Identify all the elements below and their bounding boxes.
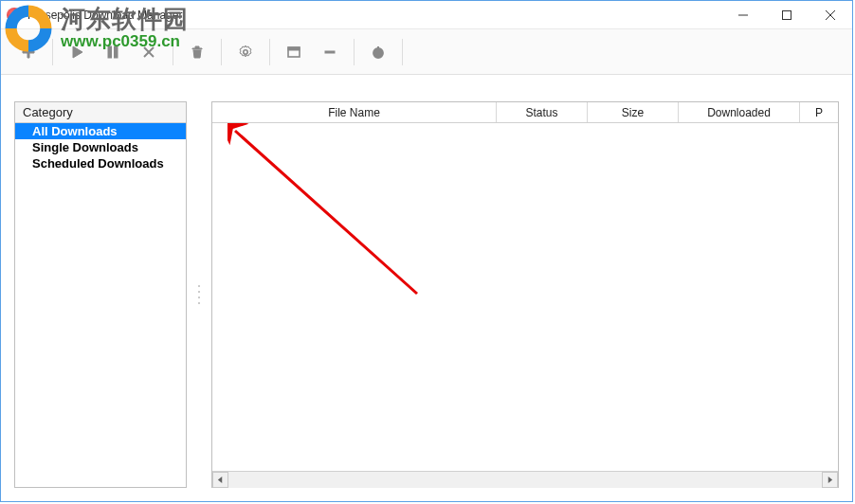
plus-icon xyxy=(21,45,36,60)
sidebar-item-all-downloads[interactable]: All Downloads xyxy=(15,123,186,139)
close-button[interactable] xyxy=(809,1,852,28)
column-header-downloaded[interactable]: Downloaded xyxy=(679,102,800,122)
svg-rect-1 xyxy=(783,10,791,19)
app-window: Persepolis Download Manager xyxy=(0,0,853,502)
toolbar-separator xyxy=(402,39,403,65)
minimize-to-tray-button[interactable] xyxy=(312,34,348,70)
pause-icon xyxy=(105,45,120,60)
maximize-button[interactable] xyxy=(765,1,809,28)
download-table: File Name Status Size Downloaded P xyxy=(211,101,839,488)
svg-rect-5 xyxy=(115,46,118,58)
queue-button[interactable] xyxy=(276,34,312,70)
sidebar-item-scheduled-downloads[interactable]: Scheduled Downloads xyxy=(15,155,186,171)
scroll-left-button[interactable] xyxy=(212,472,228,488)
toolbar xyxy=(1,29,852,75)
toolbar-separator xyxy=(354,39,355,65)
splitter[interactable] xyxy=(196,101,202,488)
remove-button[interactable] xyxy=(179,34,215,70)
sidebar-list: All Downloads Single Downloads Scheduled… xyxy=(15,123,186,487)
window-controls xyxy=(721,1,852,28)
minus-icon xyxy=(322,45,337,60)
scroll-right-button[interactable] xyxy=(822,472,838,488)
sidebar-item-single-downloads[interactable]: Single Downloads xyxy=(15,139,186,155)
close-icon xyxy=(826,10,835,20)
table-body xyxy=(212,123,838,471)
svg-rect-4 xyxy=(108,46,112,58)
horizontal-scrollbar[interactable] xyxy=(212,471,838,487)
stop-button[interactable] xyxy=(131,34,167,70)
scroll-track[interactable] xyxy=(228,472,822,488)
trash-icon xyxy=(190,45,205,60)
toolbar-separator xyxy=(269,39,270,65)
window-icon xyxy=(286,45,301,60)
power-button[interactable] xyxy=(360,34,396,70)
toolbar-separator xyxy=(173,39,173,65)
titlebar: Persepolis Download Manager xyxy=(1,1,852,29)
close-icon xyxy=(141,45,156,60)
maximize-icon xyxy=(782,10,791,20)
play-icon xyxy=(69,45,84,60)
column-header-more[interactable]: P xyxy=(800,102,838,122)
sidebar-header: Category xyxy=(15,102,186,123)
svg-rect-11 xyxy=(325,51,335,53)
toolbar-separator xyxy=(52,39,53,65)
pause-button[interactable] xyxy=(95,34,131,70)
svg-rect-10 xyxy=(288,47,300,50)
toolbar-separator xyxy=(221,39,222,65)
power-icon xyxy=(371,45,386,60)
category-sidebar: Category All Downloads Single Downloads … xyxy=(14,101,187,488)
settings-button[interactable] xyxy=(227,34,264,70)
column-header-status[interactable]: Status xyxy=(497,102,588,122)
app-icon xyxy=(7,8,22,23)
minimize-icon xyxy=(738,10,748,20)
add-button[interactable] xyxy=(10,34,46,70)
resume-button[interactable] xyxy=(59,34,95,70)
table-header: File Name Status Size Downloaded P xyxy=(212,102,838,123)
minimize-button[interactable] xyxy=(721,1,765,28)
column-header-size[interactable]: Size xyxy=(588,102,679,122)
gear-icon xyxy=(238,45,253,60)
column-header-filename[interactable]: File Name xyxy=(212,102,497,122)
main-area: Category All Downloads Single Downloads … xyxy=(1,75,852,501)
window-title: Persepolis Download Manager xyxy=(27,9,182,22)
svg-point-8 xyxy=(244,49,247,53)
